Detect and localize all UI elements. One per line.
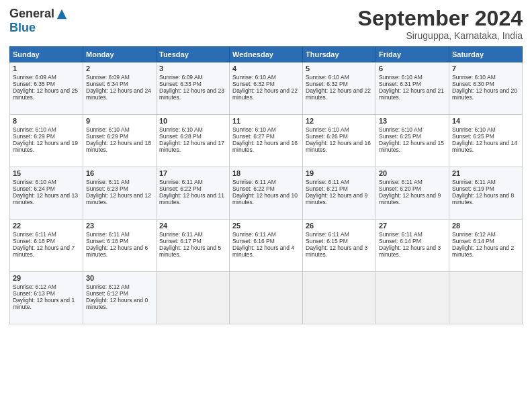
sunrise-label: Sunrise: 6:10 AM [13, 179, 56, 185]
logo-icon [56, 8, 68, 20]
col-friday: Friday [376, 47, 449, 62]
day-cell: 27 Sunrise: 6:11 AM Sunset: 6:14 PM Dayl… [376, 220, 449, 272]
sunset-label: Sunset: 6:21 PM [306, 185, 348, 192]
week-row-2: 8 Sunrise: 6:10 AM Sunset: 6:29 PM Dayli… [10, 115, 523, 167]
logo: General Blue [9, 7, 68, 35]
day-cell: 13 Sunrise: 6:10 AM Sunset: 6:25 PM Dayl… [376, 115, 449, 167]
sunset-label: Sunset: 6:30 PM [452, 81, 494, 87]
col-sunday: Sunday [10, 47, 83, 62]
day-cell: 7 Sunrise: 6:10 AM Sunset: 6:30 PM Dayli… [449, 62, 523, 115]
day-number: 21 [452, 169, 519, 177]
daylight-label: Daylight: 12 hours and 10 minutes. [232, 192, 298, 205]
sunset-label: Sunset: 6:22 PM [232, 185, 275, 192]
day-cell [157, 272, 230, 324]
sunset-label: Sunset: 6:20 PM [379, 185, 421, 192]
day-cell: 2 Sunrise: 6:09 AM Sunset: 6:34 PM Dayli… [83, 62, 157, 115]
daylight-label: Daylight: 12 hours and 15 minutes. [379, 140, 444, 153]
sunset-label: Sunset: 6:18 PM [13, 238, 55, 244]
day-cell: 3 Sunrise: 6:09 AM Sunset: 6:33 PM Dayli… [157, 62, 230, 115]
week-row-3: 15 Sunrise: 6:10 AM Sunset: 6:24 PM Dayl… [10, 167, 523, 220]
sunrise-label: Sunrise: 6:10 AM [379, 74, 423, 81]
day-cell: 9 Sunrise: 6:10 AM Sunset: 6:29 PM Dayli… [83, 115, 157, 167]
day-number: 25 [232, 222, 300, 230]
day-number: 3 [159, 64, 226, 73]
day-number: 19 [306, 169, 373, 177]
sunset-label: Sunset: 6:32 PM [306, 81, 348, 87]
sunrise-label: Sunrise: 6:09 AM [159, 74, 203, 81]
daylight-label: Daylight: 12 hours and 17 minutes. [159, 140, 224, 153]
day-cell: 6 Sunrise: 6:10 AM Sunset: 6:31 PM Dayli… [376, 62, 449, 115]
sunrise-label: Sunrise: 6:11 AM [159, 179, 203, 185]
sunrise-label: Sunrise: 6:11 AM [306, 231, 349, 238]
sunset-label: Sunset: 6:25 PM [452, 133, 494, 140]
sunrise-label: Sunrise: 6:10 AM [159, 126, 203, 133]
col-saturday: Saturday [449, 47, 523, 62]
day-number: 5 [306, 64, 373, 73]
daylight-label: Daylight: 12 hours and 22 minutes. [232, 87, 298, 101]
daylight-label: Daylight: 12 hours and 22 minutes. [306, 87, 371, 101]
sunrise-label: Sunrise: 6:12 AM [86, 283, 130, 290]
sunset-label: Sunset: 6:35 PM [13, 81, 55, 87]
header-row: Sunday Monday Tuesday Wednesday Thursday… [10, 47, 523, 62]
day-cell: 30 Sunrise: 6:12 AM Sunset: 6:12 PM Dayl… [83, 272, 157, 324]
week-row-5: 29 Sunrise: 6:12 AM Sunset: 6:13 PM Dayl… [10, 272, 523, 324]
day-number: 15 [13, 169, 80, 177]
sunrise-label: Sunrise: 6:10 AM [452, 126, 496, 133]
daylight-label: Daylight: 12 hours and 0 minutes. [86, 297, 148, 310]
daylight-label: Daylight: 12 hours and 14 minutes. [452, 140, 517, 153]
sunrise-label: Sunrise: 6:10 AM [13, 126, 56, 133]
day-cell: 16 Sunrise: 6:11 AM Sunset: 6:23 PM Dayl… [83, 167, 157, 220]
sunset-label: Sunset: 6:26 PM [306, 133, 348, 140]
sunset-label: Sunset: 6:16 PM [232, 238, 275, 244]
daylight-label: Daylight: 12 hours and 20 minutes. [452, 87, 517, 101]
daylight-label: Daylight: 12 hours and 11 minutes. [159, 192, 224, 205]
day-cell [303, 272, 376, 324]
daylight-label: Daylight: 12 hours and 23 minutes. [159, 87, 224, 101]
month-title: September 2024 [358, 7, 523, 30]
day-cell: 14 Sunrise: 6:10 AM Sunset: 6:25 PM Dayl… [449, 115, 523, 167]
sunset-label: Sunset: 6:17 PM [159, 238, 202, 244]
sunrise-label: Sunrise: 6:10 AM [306, 74, 349, 81]
sunset-label: Sunset: 6:34 PM [86, 81, 128, 87]
day-number: 22 [13, 222, 80, 230]
sunset-label: Sunset: 6:19 PM [452, 185, 494, 192]
sunrise-label: Sunrise: 6:10 AM [86, 126, 130, 133]
day-number: 1 [13, 64, 80, 73]
svg-marker-0 [57, 9, 66, 18]
day-number: 24 [159, 222, 226, 230]
daylight-label: Daylight: 12 hours and 25 minutes. [13, 87, 78, 101]
day-number: 17 [159, 169, 226, 177]
day-cell: 23 Sunrise: 6:11 AM Sunset: 6:18 PM Dayl… [83, 220, 157, 272]
sunset-label: Sunset: 6:25 PM [379, 133, 421, 140]
logo-general: General [9, 7, 54, 21]
daylight-label: Daylight: 12 hours and 9 minutes. [379, 192, 441, 205]
day-cell: 8 Sunrise: 6:10 AM Sunset: 6:29 PM Dayli… [10, 115, 83, 167]
sunrise-label: Sunrise: 6:11 AM [379, 231, 423, 238]
sunset-label: Sunset: 6:32 PM [232, 81, 275, 87]
sunrise-label: Sunrise: 6:10 AM [306, 126, 349, 133]
daylight-label: Daylight: 12 hours and 4 minutes. [232, 244, 294, 258]
sunrise-label: Sunrise: 6:11 AM [232, 231, 276, 238]
day-cell: 25 Sunrise: 6:11 AM Sunset: 6:16 PM Dayl… [230, 220, 303, 272]
sunset-label: Sunset: 6:27 PM [232, 133, 275, 140]
daylight-label: Daylight: 12 hours and 9 minutes. [306, 192, 367, 205]
sunrise-label: Sunrise: 6:12 AM [13, 283, 56, 290]
sunrise-label: Sunrise: 6:09 AM [86, 74, 130, 81]
daylight-label: Daylight: 12 hours and 2 minutes. [452, 244, 514, 258]
daylight-label: Daylight: 12 hours and 12 minutes. [86, 192, 151, 205]
sunset-label: Sunset: 6:24 PM [13, 185, 55, 192]
header: General Blue September 2024 Siruguppa, K… [9, 7, 523, 41]
sunrise-label: Sunrise: 6:11 AM [379, 179, 423, 185]
daylight-label: Daylight: 12 hours and 3 minutes. [379, 244, 441, 258]
calendar-table: Sunday Monday Tuesday Wednesday Thursday… [9, 46, 523, 324]
day-number: 14 [452, 117, 519, 125]
sunrise-label: Sunrise: 6:11 AM [86, 179, 130, 185]
sunset-label: Sunset: 6:28 PM [159, 133, 202, 140]
day-number: 10 [159, 117, 226, 125]
calendar-body: 1 Sunrise: 6:09 AM Sunset: 6:35 PM Dayli… [10, 62, 523, 324]
daylight-label: Daylight: 12 hours and 6 minutes. [86, 244, 148, 258]
day-number: 28 [452, 222, 519, 230]
day-number: 23 [86, 222, 153, 230]
daylight-label: Daylight: 12 hours and 21 minutes. [379, 87, 444, 101]
day-number: 7 [452, 64, 519, 73]
